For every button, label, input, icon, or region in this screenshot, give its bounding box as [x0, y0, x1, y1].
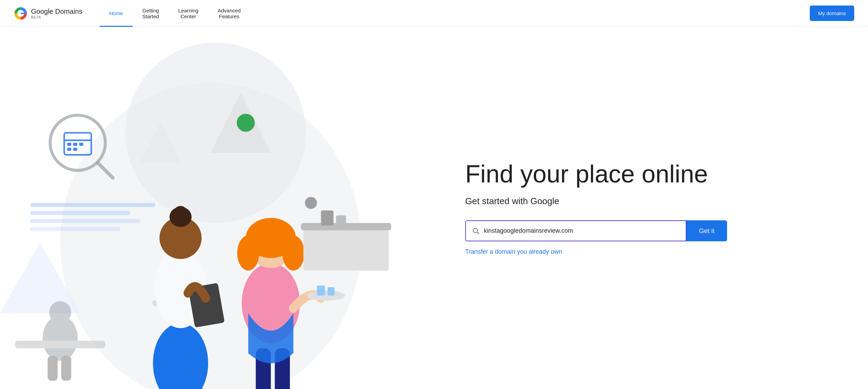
search-row: Get it [465, 220, 727, 241]
svg-rect-18 [79, 143, 83, 146]
svg-point-45 [282, 235, 304, 271]
main-content: Find your place online Get started with … [0, 27, 868, 389]
svg-point-4 [125, 43, 306, 223]
svg-rect-52 [304, 230, 389, 270]
logo-name: Google Domains [31, 8, 82, 15]
main-nav: Home Getting Started Learning Center Adv… [100, 0, 810, 27]
nav-item-advanced-features[interactable]: Advanced Features [208, 0, 251, 27]
nav-item-home[interactable]: Home [100, 0, 133, 27]
logo-beta: BETA [31, 15, 82, 19]
svg-rect-54 [336, 215, 346, 225]
svg-line-56 [477, 232, 479, 234]
google-logo-icon [14, 7, 28, 20]
nav-item-learning-center[interactable]: Learning Center [169, 0, 208, 27]
svg-point-7 [237, 114, 255, 132]
svg-rect-17 [73, 143, 77, 146]
svg-rect-48 [327, 287, 334, 296]
svg-point-44 [237, 235, 259, 271]
svg-rect-51 [301, 223, 391, 231]
nav-item-getting-started[interactable]: Getting Started [133, 0, 169, 27]
illustration-area [0, 27, 451, 389]
svg-rect-28 [48, 356, 58, 381]
svg-rect-47 [317, 286, 325, 296]
svg-point-35 [174, 206, 188, 220]
svg-point-8 [305, 197, 317, 209]
transfer-domain-link[interactable]: Transfer a domain you already own [465, 248, 840, 255]
content-area: Find your place online Get started with … [451, 27, 868, 389]
my-domains-button[interactable]: My domains [810, 6, 854, 21]
svg-rect-16 [67, 143, 71, 146]
svg-rect-23 [30, 219, 140, 223]
svg-rect-2 [21, 13, 25, 14]
svg-rect-24 [30, 227, 120, 231]
hero-illustration [0, 27, 451, 389]
search-icon [472, 227, 480, 235]
svg-point-46 [307, 291, 345, 301]
svg-rect-53 [321, 210, 333, 225]
header: Google Domains BETA Home Getting Started… [0, 0, 868, 27]
svg-rect-30 [15, 341, 105, 348]
page-subheadline: Get started with Google [465, 196, 840, 207]
domain-search-input[interactable] [484, 221, 680, 241]
svg-rect-21 [30, 203, 155, 207]
svg-point-27 [49, 301, 71, 323]
svg-rect-19 [67, 148, 71, 151]
page-headline: Find your place online [465, 160, 840, 188]
svg-rect-29 [61, 356, 71, 381]
svg-rect-20 [73, 148, 77, 151]
search-box [465, 220, 687, 241]
svg-rect-22 [30, 211, 130, 215]
get-it-button[interactable]: Get it [686, 220, 727, 241]
logo[interactable]: Google Domains BETA [14, 7, 82, 20]
